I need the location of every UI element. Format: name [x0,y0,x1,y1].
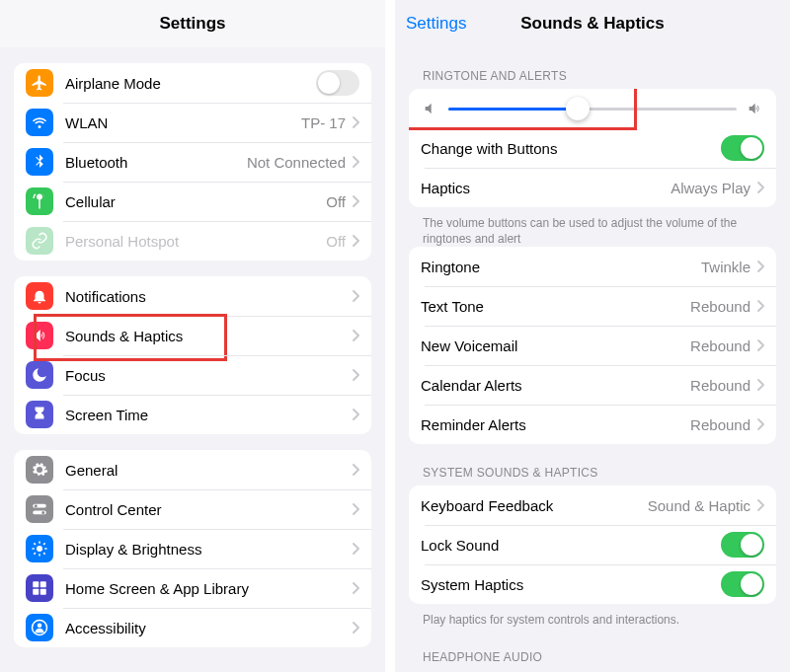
page-title: Settings [159,14,225,34]
chevron-right-icon [352,622,359,634]
svg-rect-6 [40,581,46,587]
svg-rect-7 [33,589,39,595]
person-icon [26,614,53,641]
settings-group: GeneralControl CenterDisplay & Brightnes… [14,450,371,647]
page-title: Sounds & Haptics [520,14,664,34]
back-button[interactable]: Settings [405,11,466,37]
row-locksound[interactable]: Lock Sound [409,525,776,564]
chevron-right-icon [352,195,359,207]
bluetooth-icon [26,148,53,176]
row-cellular[interactable]: CellularOff [14,182,371,221]
row-systemhaptics[interactable]: System Haptics [409,564,776,604]
row-controlcenter[interactable]: Control Center [14,489,371,529]
row-label: Control Center [65,501,352,518]
row-ringtone[interactable]: RingtoneTwinkle [409,247,776,286]
chevron-right-icon [352,290,359,302]
settings-group: Change with ButtonsHapticsAlways Play [409,89,776,207]
row-label: New Voicemail [421,337,690,354]
chevron-right-icon [352,503,359,515]
gear-icon [26,456,53,484]
row-label: Accessibility [65,620,352,636]
settings-group: NotificationsSounds & HapticsFocusScreen… [14,276,371,434]
row-label: Lock Sound [421,537,721,554]
row-label: Personal Hotspot [65,233,326,250]
row-general[interactable]: General [14,450,371,489]
section-footer: Play haptics for system controls and int… [423,612,762,628]
sounds-header: Settings Sounds & Haptics [395,0,790,47]
svg-point-4 [37,546,42,552]
settings-group: Airplane ModeWLANTP- 17BluetoothNot Conn… [14,63,371,261]
row-notifications[interactable]: Notifications [14,276,371,316]
row-bluetooth[interactable]: BluetoothNot Connected [14,142,371,182]
row-value: Rebound [690,377,750,394]
row-accessibility[interactable]: Accessibility [14,608,371,647]
airplane-icon [26,69,53,97]
row-value: Rebound [690,337,750,354]
row-label: Bluetooth [65,154,247,171]
chevron-right-icon [756,379,764,391]
svg-point-3 [41,511,44,514]
row-label: Keyboard Feedback [421,497,648,514]
chevron-right-icon [352,543,359,555]
row-calendar[interactable]: Calendar AlertsRebound [409,365,776,405]
row-reminder[interactable]: Reminder AlertsRebound [409,405,776,444]
volume-slider-row [409,89,776,128]
row-display[interactable]: Display & Brightness [14,529,371,568]
row-label: Airplane Mode [65,75,316,92]
row-voicemail[interactable]: New VoicemailRebound [409,326,776,365]
chevron-right-icon [352,116,359,128]
row-value: TP- 17 [301,114,346,131]
chevron-right-icon [756,418,764,430]
volume-slider[interactable] [448,108,737,111]
bell-icon [26,282,53,310]
link-icon [26,227,53,255]
row-keyboard[interactable]: Keyboard FeedbackSound & Haptic [409,485,776,525]
row-value: Sound & Haptic [648,497,750,514]
settings-pane: Settings Airplane ModeWLANTP- 17Bluetoot… [0,0,395,672]
row-value: Twinkle [701,259,750,275]
row-hotspot[interactable]: Personal HotspotOff [14,221,371,261]
svg-rect-5 [33,581,39,587]
row-label: Display & Brightness [65,541,352,558]
row-home[interactable]: Home Screen & App Library [14,568,371,608]
toggle-locksound[interactable] [721,532,764,558]
row-label: Home Screen & App Library [65,580,352,597]
settings-scroll[interactable]: Airplane ModeWLANTP- 17BluetoothNot Conn… [0,47,385,672]
row-label: Sounds & Haptics [65,328,352,344]
row-value: Always Play [671,180,750,196]
row-screentime[interactable]: Screen Time [14,395,371,434]
wifi-icon [26,109,53,136]
sounds-scroll[interactable]: RINGTONE AND ALERTSChange with ButtonsHa… [395,47,790,672]
row-airplane[interactable]: Airplane Mode [14,63,371,103]
row-value: Off [326,233,346,250]
svg-point-2 [35,504,38,507]
toggle-airplane[interactable] [316,70,359,96]
grid-icon [26,574,53,602]
section-header: SYSTEM SOUNDS & HAPTICS [423,466,762,480]
row-haptics[interactable]: HapticsAlways Play [409,168,776,207]
row-label: Haptics [421,180,671,196]
section-header: HEADPHONE AUDIO [423,650,762,664]
row-label: System Haptics [421,576,721,593]
row-wlan[interactable]: WLANTP- 17 [14,103,371,142]
chevron-right-icon [352,582,359,594]
row-label: Reminder Alerts [421,416,690,433]
back-label: Settings [406,14,466,34]
row-focus[interactable]: Focus [14,355,371,395]
row-changebuttons[interactable]: Change with Buttons [409,128,776,168]
chevron-right-icon [352,369,359,381]
row-label: WLAN [65,114,301,131]
row-sounds[interactable]: Sounds & Haptics [14,316,371,355]
svg-point-10 [38,624,42,629]
row-label: Focus [65,367,352,384]
row-texttone[interactable]: Text ToneRebound [409,286,776,326]
volume-high-icon [747,101,762,116]
chevron-right-icon [756,261,764,272]
chevron-right-icon [352,464,359,476]
toggle-systemhaptics[interactable] [721,571,764,597]
chevron-right-icon [756,182,764,193]
settings-group: Keyboard FeedbackSound & HapticLock Soun… [409,485,776,604]
row-value: Off [326,193,346,210]
toggle-changebuttons[interactable] [721,135,764,161]
chevron-right-icon [756,300,764,312]
